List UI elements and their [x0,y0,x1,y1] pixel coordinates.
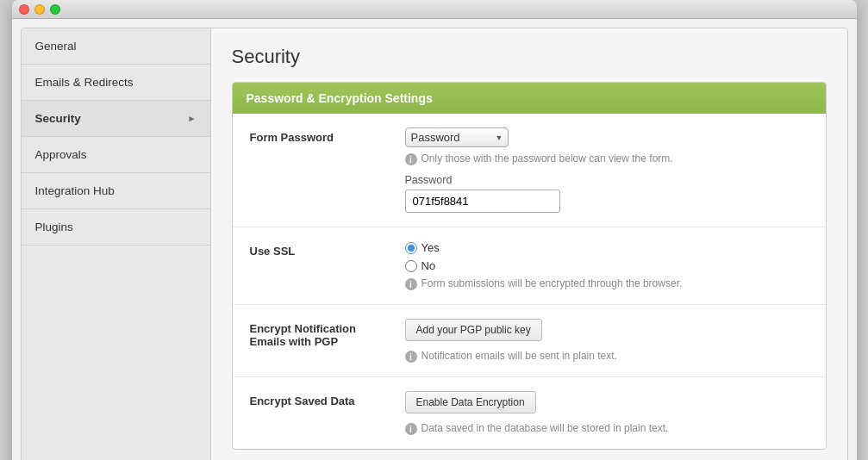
info-icon-pgp: i [405,351,417,363]
ssl-no-text: No [422,259,436,272]
ssl-hint: i Form submissions will be encrypted thr… [405,277,809,290]
sidebar-item-security-label: Security [35,112,81,125]
sidebar-item-security[interactable]: Security ► [22,101,210,137]
chevron-right-icon: ► [188,114,197,123]
sidebar-item-approvals-label: Approvals [35,148,87,161]
titlebar [12,0,857,19]
encrypt-pgp-row: Encrypt Notification Emails with PGP Add… [233,305,826,377]
maximize-button[interactable] [50,4,60,15]
ssl-hint-text: Form submissions will be encrypted throu… [422,277,683,289]
use-ssl-row: Use SSL Yes No [233,227,826,305]
ssl-no-label[interactable]: No [405,259,809,272]
encrypt-pgp-label-line2: Emails with PGP [250,335,339,348]
sidebar-item-general-label: General [35,40,77,53]
enable-data-encryption-button[interactable]: Enable Data Encryption [405,391,536,413]
encrypt-data-controls: Enable Data Encryption i Data saved in t… [405,391,809,435]
form-password-select-wrap: Password None [405,127,809,147]
sidebar-item-integration-hub[interactable]: Integration Hub [22,173,210,209]
form-password-row: Form Password Password None [233,114,826,227]
ssl-yes-radio[interactable] [405,242,417,254]
ssl-radio-group: Yes No [405,241,809,272]
page-title: Security [232,46,827,68]
encrypt-pgp-label: Encrypt Notification Emails with PGP [250,319,388,348]
sidebar: General Emails & Redirects Security ► Ap… [22,28,211,460]
encrypt-data-label: Encrypt Saved Data [250,391,388,407]
form-password-hint-text: Only those with the password below can v… [422,152,673,165]
app-window: General Emails & Redirects Security ► Ap… [12,0,857,460]
ssl-no-radio[interactable] [405,260,417,272]
sidebar-item-plugins[interactable]: Plugins [22,209,210,246]
info-icon: i [405,153,417,165]
sidebar-item-emails-label: Emails & Redirects [35,76,134,89]
password-select-wrapper: Password None [405,127,509,147]
form-password-controls: Password None i Only those with the pass… [405,127,809,213]
encrypt-pgp-controls: Add your PGP public key i Notification e… [405,319,809,363]
add-pgp-key-button[interactable]: Add your PGP public key [405,319,542,341]
sidebar-item-approvals[interactable]: Approvals [22,137,210,173]
encrypt-data-hint-text: Data saved in the database will be store… [422,422,669,434]
encrypt-pgp-label-line1: Encrypt Notification [250,322,357,335]
pgp-hint: i Notification emails will be sent in pl… [405,350,809,363]
form-password-hint: i Only those with the password below can… [405,152,809,165]
info-icon-ssl: i [405,278,417,290]
use-ssl-label: Use SSL [250,241,388,258]
section-header: Password & Encryption Settings [233,83,826,114]
minimize-button[interactable] [34,4,45,15]
main-content: Security Password & Encryption Settings … [211,28,847,460]
sidebar-item-emails-redirects[interactable]: Emails & Redirects [22,65,210,101]
sidebar-item-general[interactable]: General [22,28,210,65]
sidebar-item-plugins-label: Plugins [35,221,73,233]
password-input[interactable] [405,190,560,213]
sidebar-item-integration-hub-label: Integration Hub [35,184,115,197]
encrypt-data-row: Encrypt Saved Data Enable Data Encryptio… [233,377,826,449]
password-sub-label: Password [405,174,809,186]
ssl-yes-text: Yes [422,241,440,254]
close-button[interactable] [19,4,29,15]
pgp-hint-text: Notification emails will be sent in plai… [422,350,617,362]
section-body: Form Password Password None [233,114,826,449]
window-body: General Emails & Redirects Security ► Ap… [21,28,848,460]
form-password-select[interactable]: Password None [405,127,509,147]
ssl-yes-label[interactable]: Yes [405,241,809,254]
use-ssl-controls: Yes No i Form submissions will be encryp… [405,241,809,290]
encrypt-data-hint: i Data saved in the database will be sto… [405,422,809,435]
info-icon-data: i [405,423,417,435]
security-section-card: Password & Encryption Settings Form Pass… [232,82,827,450]
form-password-label: Form Password [250,127,388,144]
